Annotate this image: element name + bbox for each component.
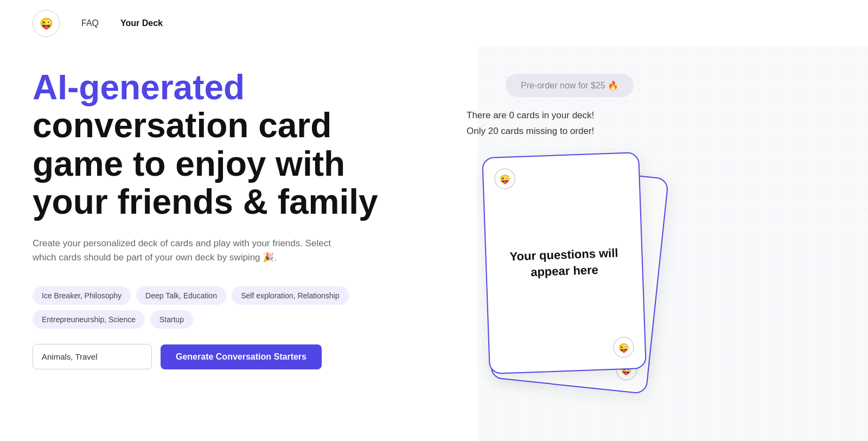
tag-4[interactable]: Startup xyxy=(150,310,193,329)
logo-icon: 😜 xyxy=(40,17,53,30)
card-front-logo-top: 😜 xyxy=(494,168,515,189)
left-section: AI-generated conversation card game to e… xyxy=(33,68,423,391)
tag-1[interactable]: Deep Talk, Education xyxy=(136,286,226,305)
card-front-logo-bottom: 😜 xyxy=(613,336,634,357)
logo[interactable]: 😜 xyxy=(33,10,60,37)
nav-your-deck[interactable]: Your Deck xyxy=(120,18,163,28)
right-section: Pre-order now for $25 🔥 There are 0 card… xyxy=(467,68,673,388)
status-line2: Only 20 cards missing to order! xyxy=(467,124,594,139)
tag-2[interactable]: Self exploration, Relationship xyxy=(232,286,348,305)
tags-section: Ice Breaker, Philosophy Deep Talk, Educa… xyxy=(33,286,423,329)
navbar: 😜 FAQ Your Deck xyxy=(0,0,868,47)
status-line1: There are 0 cards in your deck! xyxy=(467,108,594,124)
card-question-text: Your questions will appear here xyxy=(497,245,631,282)
hero-subtitle: Create your personalized deck of cards a… xyxy=(33,237,336,265)
preorder-button[interactable]: Pre-order now for $25 🔥 xyxy=(506,74,634,97)
tag-0[interactable]: Ice Breaker, Philosophy xyxy=(33,286,131,305)
card-front-logo-bottom-icon: 😜 xyxy=(618,342,629,353)
card-front-logo-top-icon: 😜 xyxy=(499,174,510,184)
hero-title: AI-generated conversation card game to e… xyxy=(33,68,423,221)
card-container: 😜 😜 😜 Your questions will appear here 😜 xyxy=(486,155,654,388)
deck-status: There are 0 cards in your deck! Only 20 … xyxy=(467,108,594,139)
nav-faq[interactable]: FAQ xyxy=(81,18,99,28)
topics-input[interactable] xyxy=(33,344,152,369)
tag-3[interactable]: Entrepreuneurship, Science xyxy=(33,310,145,329)
main-content: AI-generated conversation card game to e… xyxy=(0,47,868,391)
card-front: 😜 Your questions will appear here 😜 xyxy=(482,152,647,374)
hero-title-rest: conversation card game to enjoy with you… xyxy=(33,106,378,221)
hero-title-accent: AI-generated xyxy=(33,68,245,107)
input-row: Generate Conversation Starters xyxy=(33,344,423,369)
generate-button[interactable]: Generate Conversation Starters xyxy=(161,344,322,369)
